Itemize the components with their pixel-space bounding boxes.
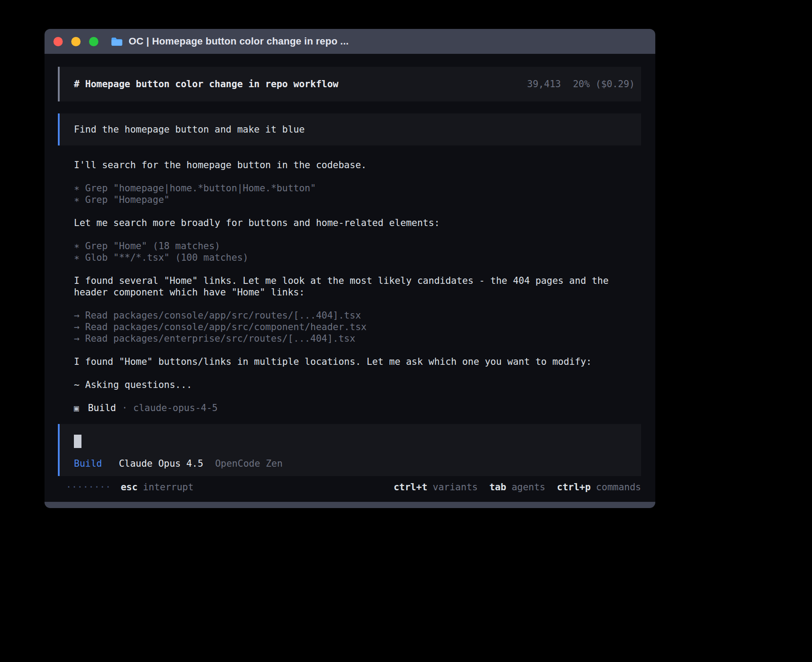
- agent-model-label: claude-opus-4-5: [133, 402, 218, 414]
- shortcut-label: agents: [512, 481, 545, 493]
- text-cursor: [74, 435, 81, 448]
- folder-icon: [111, 37, 123, 46]
- tool-call-read: → Read packages/console/app/src/componen…: [74, 321, 641, 333]
- window-title: OC | Homepage button color change in rep…: [129, 36, 349, 47]
- shortcut-commands[interactable]: ctrl+p commands: [557, 481, 641, 493]
- assistant-text: Let me search more broadly for buttons a…: [74, 217, 641, 229]
- shortcut-key: ctrl+p: [557, 481, 591, 493]
- tool-call-group: ∗ Grep "homepage|home.*button|Home.*butt…: [74, 182, 641, 206]
- agent-mode-icon: ▣: [74, 402, 79, 414]
- tool-call-group: → Read packages/console/app/src/routes/[…: [74, 310, 641, 344]
- status-left: ········ esc interrupt: [66, 481, 194, 493]
- tool-call-group: ∗ Grep "Home" (18 matches) ∗ Glob "**/*.…: [74, 240, 641, 263]
- assistant-text: I found several "Home" links. Let me loo…: [74, 275, 641, 298]
- esc-label: interrupt: [143, 481, 194, 493]
- session-meta: 39,413 20% ($0.29): [527, 79, 635, 89]
- close-button[interactable]: [53, 37, 63, 46]
- assistant-text: I found "Home" buttons/links in multiple…: [74, 356, 641, 367]
- spinner-dots: ········: [66, 481, 111, 493]
- minimize-button[interactable]: [71, 37, 81, 46]
- mode-label[interactable]: Build: [74, 458, 102, 469]
- shortcut-key: tab: [489, 481, 506, 493]
- assistant-output: I'll search for the homepage button in t…: [58, 159, 641, 391]
- context-usage: 20% ($0.29): [573, 79, 635, 89]
- status-right: ctrl+t variants tab agents ctrl+p comman…: [394, 481, 641, 493]
- tool-call-grep: ∗ Grep "Home" (18 matches): [74, 240, 641, 252]
- status-bar: ········ esc interrupt ctrl+t variants t…: [58, 481, 641, 493]
- user-message: Find the homepage button and make it blu…: [58, 113, 641, 145]
- session-title: # Homepage button color change in repo w…: [74, 79, 338, 89]
- model-label[interactable]: Claude Opus 4.5: [119, 458, 203, 469]
- traffic-lights: [53, 37, 98, 46]
- window-titlebar[interactable]: OC | Homepage button color change in rep…: [45, 29, 655, 54]
- shortcut-variants[interactable]: ctrl+t variants: [394, 481, 478, 493]
- tool-call-read: → Read packages/console/app/src/routes/[…: [74, 310, 641, 321]
- esc-key[interactable]: esc: [121, 481, 138, 493]
- user-message-text: Find the homepage button and make it blu…: [74, 124, 304, 135]
- assistant-text: I'll search for the homepage button in t…: [74, 159, 641, 171]
- provider-label: OpenCode Zen: [215, 458, 283, 469]
- zoom-button[interactable]: [89, 37, 98, 46]
- tool-call-glob: ∗ Glob "**/*.tsx" (100 matches): [74, 252, 641, 263]
- session-header: # Homepage button color change in repo w…: [58, 67, 641, 101]
- token-count: 39,413: [527, 79, 561, 89]
- input-meta: Build Claude Opus 4.5 OpenCode Zen: [74, 458, 627, 469]
- agent-badge: ▣ Build · claude-opus-4-5: [58, 402, 641, 414]
- terminal-content: # Homepage button color change in repo w…: [45, 54, 655, 502]
- shortcut-label: variants: [433, 481, 478, 493]
- shortcut-key: ctrl+t: [394, 481, 427, 493]
- agent-separator: ·: [122, 402, 128, 414]
- terminal-window: OC | Homepage button color change in rep…: [45, 29, 655, 508]
- shortcut-label: commands: [596, 481, 641, 493]
- tool-call-grep: ∗ Grep "Homepage": [74, 194, 641, 206]
- shortcut-agents[interactable]: tab agents: [489, 481, 545, 493]
- tool-call-read: → Read packages/enterprise/src/routes/[.…: [74, 333, 641, 344]
- assistant-status: ~ Asking questions...: [74, 379, 641, 391]
- tool-call-grep: ∗ Grep "homepage|home.*button|Home.*butt…: [74, 182, 641, 194]
- prompt-input[interactable]: Build Claude Opus 4.5 OpenCode Zen: [58, 424, 641, 476]
- agent-mode-label: Build: [88, 402, 116, 414]
